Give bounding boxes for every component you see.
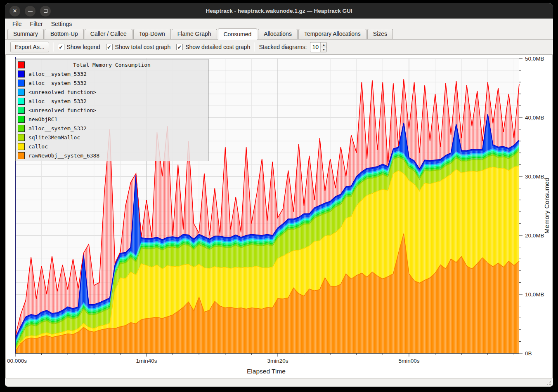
legend-label: <unresolved function> xyxy=(28,107,96,113)
checkbox-show-total-cost-graph[interactable]: ✓Show total cost graph xyxy=(106,44,171,50)
legend-swatch-icon xyxy=(18,134,25,141)
tab-allocations[interactable]: Allocations xyxy=(258,29,298,39)
minimize-button[interactable] xyxy=(25,6,35,16)
tab-bottom-up[interactable]: Bottom-Up xyxy=(45,29,84,39)
minimize-icon xyxy=(28,11,33,12)
menu-settings[interactable]: Settings xyxy=(47,20,76,28)
legend-item: newObjRC1 xyxy=(16,115,208,124)
legend-item: alloc__system_5332 xyxy=(16,69,208,78)
legend-label: <unresolved function> xyxy=(28,89,96,95)
legend-item: alloc__system_5332 xyxy=(16,78,208,87)
x-axis-title: Elapsed Time xyxy=(247,368,286,375)
legend-item: alloc__system_5332 xyxy=(16,96,208,106)
tab-flame-graph[interactable]: Flame Graph xyxy=(172,29,217,39)
maximize-button[interactable] xyxy=(40,6,51,16)
legend-swatch-icon xyxy=(18,70,25,77)
legend-swatch-icon xyxy=(18,125,25,132)
stacked-diagrams-stepper[interactable]: 10 ▲ ▼ xyxy=(310,42,327,52)
legend-item: <unresolved function> xyxy=(16,87,208,96)
status-strip xyxy=(5,378,553,387)
window-title: Heaptrack - heaptrack.wakunode.1.gz — He… xyxy=(5,8,553,14)
tab-caller-callee[interactable]: Caller / Callee xyxy=(85,29,132,39)
legend-item: Total Memory Consumption xyxy=(16,60,208,69)
legend-swatch-icon xyxy=(18,116,25,123)
chart-panel: 00.000s1min40s3min20s5min00s0B10,0MB20,0… xyxy=(5,54,553,378)
y-tick-label: 0B xyxy=(525,350,532,357)
stepper-down-icon[interactable]: ▼ xyxy=(321,47,326,52)
legend-item: sqlite3MemMalloc xyxy=(16,133,208,142)
legend-swatch-icon xyxy=(18,89,25,96)
legend-label: alloc__system_5332 xyxy=(28,80,87,86)
checkmark-icon: ✓ xyxy=(176,44,183,50)
title-bar: ✕ Heaptrack - heaptrack.wakunode.1.gz — … xyxy=(5,3,553,19)
x-tick-label: 00.000s xyxy=(7,358,27,364)
stepper-arrows: ▲ ▼ xyxy=(320,42,326,52)
x-tick-label: 5min00s xyxy=(398,358,419,364)
tab-consumed[interactable]: Consumed xyxy=(218,28,258,40)
y-tick-label: 10,0MB xyxy=(525,291,544,298)
close-button[interactable]: ✕ xyxy=(9,6,20,16)
y-tick-label: 30,0MB xyxy=(525,174,544,180)
legend-swatch-icon xyxy=(18,152,25,159)
tab-summary[interactable]: Summary xyxy=(7,29,44,39)
resize-grip-icon[interactable] xyxy=(547,381,551,385)
checkbox-show-detailed-cost-graph[interactable]: ✓Show detailed cost graph xyxy=(176,44,250,50)
checkbox-label: Show detailed cost graph xyxy=(185,44,250,50)
close-icon: ✕ xyxy=(13,8,17,14)
checkbox-label: Show legend xyxy=(67,44,100,50)
toolbar: Export As... ✓Show legend✓Show total cos… xyxy=(5,40,553,54)
window-controls: ✕ xyxy=(9,6,51,16)
tab-sizes[interactable]: Sizes xyxy=(367,29,393,39)
maximize-icon xyxy=(44,9,47,13)
x-tick-label: 1min40s xyxy=(136,358,157,364)
tab-temporary-allocations[interactable]: Temporary Allocations xyxy=(298,29,366,39)
y-tick-label: 50,0MB xyxy=(525,56,544,62)
y-tick-label: 20,0MB xyxy=(525,232,544,239)
legend-label: alloc__system_5332 xyxy=(28,98,87,104)
menu-bar: FileFilterSettings xyxy=(5,19,553,29)
tab-bar: SummaryBottom-UpCaller / CalleeTop-DownF… xyxy=(5,29,553,40)
legend-label: calloc xyxy=(28,143,48,150)
legend-swatch-icon xyxy=(18,80,25,87)
toolbar-separator xyxy=(254,42,255,52)
legend-item: alloc__system_5332 xyxy=(16,124,208,133)
legend-label: newObjRC1 xyxy=(28,116,57,122)
stacked-diagrams-value: 10 xyxy=(310,42,320,52)
legend-label: Total Memory Consumption xyxy=(16,62,208,68)
app-window: ✕ Heaptrack - heaptrack.wakunode.1.gz — … xyxy=(5,3,553,387)
legend-label: rawNewObj__system_6388 xyxy=(28,153,99,159)
y-tick-label: 40,0MB xyxy=(525,115,544,121)
checkbox-show-legend[interactable]: ✓Show legend xyxy=(58,44,100,50)
legend-item: rawNewObj__system_6388 xyxy=(16,151,208,160)
checkbox-label: Show total cost graph xyxy=(115,44,171,50)
toolbar-separator xyxy=(53,42,54,52)
chart-legend: Total Memory Consumptionalloc__system_53… xyxy=(15,59,208,161)
tab-top-down[interactable]: Top-Down xyxy=(133,29,171,39)
checkmark-icon: ✓ xyxy=(58,44,64,50)
export-as-button[interactable]: Export As... xyxy=(10,42,49,52)
legend-swatch-icon xyxy=(18,143,25,150)
checkmark-icon: ✓ xyxy=(106,44,113,50)
stacked-diagrams-label: Stacked diagrams: xyxy=(259,44,307,50)
legend-label: sqlite3MemMalloc xyxy=(28,134,80,141)
y-axis-title: Memory Consumed xyxy=(543,178,550,233)
legend-label: alloc__system_5332 xyxy=(28,125,87,131)
legend-swatch-icon xyxy=(18,107,25,114)
stepper-up-icon[interactable]: ▲ xyxy=(321,42,326,47)
x-tick-label: 3min20s xyxy=(267,358,288,364)
legend-swatch-icon xyxy=(18,98,25,105)
legend-label: alloc__system_5332 xyxy=(28,71,87,77)
menu-file[interactable]: File xyxy=(9,20,26,28)
menu-filter[interactable]: Filter xyxy=(26,20,47,28)
legend-item: <unresolved function> xyxy=(16,106,208,115)
legend-item: calloc xyxy=(16,142,208,151)
